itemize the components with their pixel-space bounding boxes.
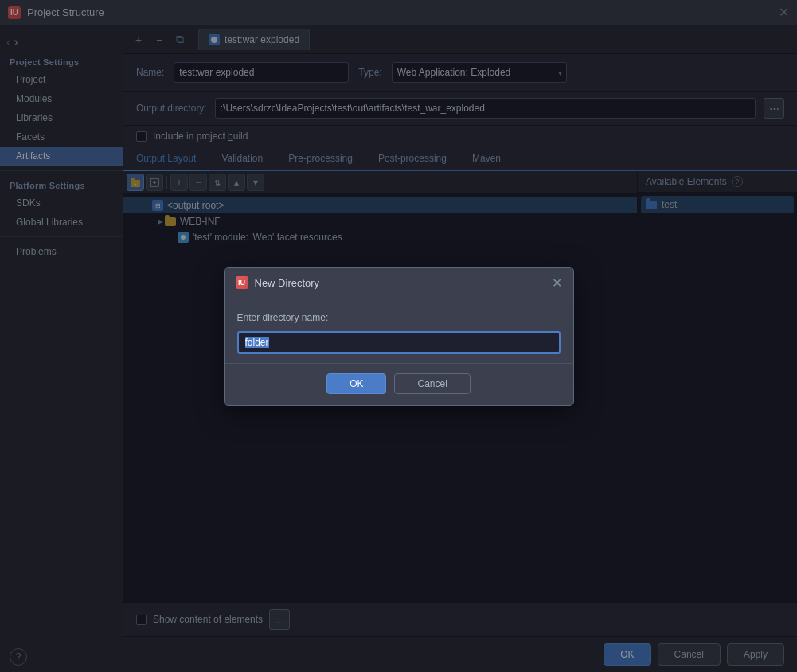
new-directory-dialog: IU New Directory ✕ Enter directory name:…: [224, 267, 574, 406]
dialog-icon: IU: [236, 276, 248, 289]
dialog-overlay: IU New Directory ✕ Enter directory name:…: [0, 0, 797, 672]
dialog-directory-input[interactable]: [237, 331, 561, 354]
main-window: IU Project Structure ✕ ‹ › Project Setti…: [0, 0, 797, 672]
dialog-body: Enter directory name:: [225, 299, 573, 363]
dialog-title: New Directory: [255, 277, 320, 289]
dialog-cancel-button[interactable]: Cancel: [394, 373, 470, 394]
dialog-ok-button[interactable]: OK: [326, 373, 386, 394]
dialog-close-icon[interactable]: ✕: [552, 275, 562, 291]
dialog-prompt: Enter directory name:: [237, 312, 561, 323]
dialog-title-left: IU New Directory: [236, 276, 320, 289]
dialog-buttons: OK Cancel: [225, 363, 573, 405]
dialog-title-bar: IU New Directory ✕: [225, 268, 573, 299]
